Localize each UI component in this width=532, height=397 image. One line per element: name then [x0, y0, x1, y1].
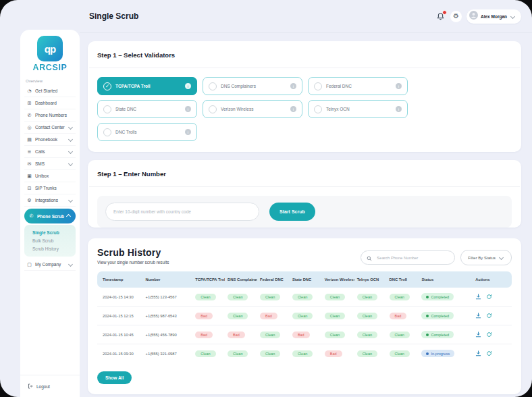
notifications-button[interactable]	[436, 11, 446, 21]
sidebar-item-my-company[interactable]: ▢My Company	[24, 259, 76, 271]
sidebar-item-unibox[interactable]: ▣Unibox	[24, 170, 76, 182]
sidebar-item-label: Phonebook	[35, 137, 57, 142]
cell-result: Bad	[322, 344, 354, 363]
table-row: 2024-01-15 09:30+1(555) 321-0987CleanCle…	[97, 344, 512, 363]
logout-label: Logout	[36, 384, 50, 389]
validator-chip-state-dnc[interactable]: State DNC	[97, 100, 197, 118]
top-bar-actions: ⚙ Alex Morgan	[436, 9, 521, 24]
submenu-item-single-scrub[interactable]: Single Scrub	[32, 228, 73, 236]
main-area: Single Scrub ⚙ Alex Morgan	[80, 0, 532, 397]
result-badge: Clean	[195, 350, 215, 357]
app-window: qp ARCSIP Overview ◔Get Started⊞Dashboar…	[0, 0, 532, 397]
sidebar-item-dashboard[interactable]: ⊞Dashboard	[24, 97, 76, 109]
info-icon[interactable]	[185, 83, 191, 89]
info-icon[interactable]	[185, 106, 191, 112]
sidebar-item-label: My Company	[35, 262, 61, 267]
phone-scrub-icon: ✆	[28, 213, 34, 219]
start-scrub-button[interactable]: Start Scrub	[269, 203, 315, 221]
refresh-icon[interactable]	[486, 294, 492, 300]
radio-icon	[103, 105, 111, 113]
brand-logo-icon: qp	[37, 36, 63, 61]
download-icon[interactable]	[475, 294, 481, 300]
sidebar-item-label: Calls	[35, 149, 45, 154]
sidebar-item-label: Get Started	[35, 88, 57, 93]
sidebar-item-label: SIP Trunks	[35, 186, 57, 190]
validator-chip-tcpa-tcpa-troll[interactable]: TCPA/TCPA Troll	[97, 77, 197, 95]
status-dot-icon	[426, 334, 429, 336]
validator-chip-verizon-wireless[interactable]: Verizon Wireless	[203, 100, 302, 118]
sidebar-item-label: Phone Numbers	[35, 113, 67, 117]
user-menu[interactable]: Alex Morgan	[467, 9, 521, 24]
info-icon[interactable]	[290, 83, 296, 89]
result-badge: Clean	[357, 350, 377, 357]
top-bar: Single Scrub ⚙ Alex Morgan	[80, 0, 532, 33]
validators-card-title: Step 1 – Select Validators	[88, 41, 521, 68]
status-badge: In-progress	[421, 350, 454, 357]
refresh-icon[interactable]	[486, 313, 492, 319]
sidebar-item-sip-trunks[interactable]: ⊟SIP Trunks	[24, 182, 76, 194]
company-icon: ▢	[26, 262, 32, 267]
cell-result: Clean	[354, 307, 387, 325]
refresh-icon[interactable]	[486, 350, 492, 356]
validator-chip-telnyx-ocn[interactable]: Telnyx OCN	[308, 100, 408, 118]
sidebar-item-contact-center[interactable]: ◎Contact Center	[24, 122, 76, 134]
cell-result: Clean	[225, 344, 257, 363]
info-icon[interactable]	[290, 106, 296, 112]
sidebar-item-phone-scrub[interactable]: ✆Phone Scrub	[24, 209, 76, 223]
sidebar-item-get-started[interactable]: ◔Get Started	[24, 85, 76, 97]
chevron-down-icon	[68, 149, 73, 154]
submenu-item-bulk-scrub[interactable]: Bulk Scrub	[32, 236, 73, 244]
inbox-icon: ▣	[26, 174, 32, 179]
validator-chip-dns-complainers[interactable]: DNS Complainers	[203, 77, 302, 95]
cell-result: Clean	[354, 344, 387, 363]
download-icon[interactable]	[475, 332, 481, 338]
sidebar-item-phonebook[interactable]: ▤Phonebook	[24, 134, 76, 146]
table-body: 2024-01-15 14:30+1(555) 123-4567CleanCle…	[97, 288, 512, 363]
filter-by-status-dropdown[interactable]: Filter By Status	[460, 250, 512, 265]
sidebar-item-label: Contact Center	[35, 125, 65, 130]
phone-number-input[interactable]	[105, 203, 259, 221]
download-icon[interactable]	[475, 313, 481, 319]
show-all-button[interactable]: Show All	[97, 371, 132, 384]
info-icon[interactable]	[396, 83, 402, 89]
result-badge: Bad	[390, 313, 407, 319]
result-badge: Bad	[195, 313, 213, 319]
result-badge: Clean	[325, 332, 345, 338]
table-row: 2024-01-15 12:15+1(555) 987-6543BadClean…	[97, 307, 512, 325]
sidebar-item-sms[interactable]: ✉SMS	[24, 158, 76, 170]
result-badge: Bad	[195, 332, 213, 338]
submenu-item-scrub-history[interactable]: Scrub History	[32, 244, 73, 253]
result-badge: Clean	[292, 313, 313, 319]
sidebar-item-calls[interactable]: ≡Calls	[24, 146, 76, 158]
result-badge: Clean	[260, 294, 280, 300]
sidebar-item-phone-numbers[interactable]: ✆Phone Numbers	[24, 109, 76, 122]
sidebar-item-integrations[interactable]: ⚙Integrations	[24, 194, 76, 207]
validator-chip-federal-dnc[interactable]: Federal DNC	[308, 77, 408, 95]
logout-button[interactable]: Logout	[20, 375, 80, 397]
download-icon[interactable]	[475, 350, 481, 356]
cell-timestamp: 2024-01-15 10:45	[97, 325, 143, 344]
filter-label: Filter By Status	[468, 256, 496, 260]
info-icon[interactable]	[185, 129, 191, 135]
search-icon	[367, 252, 372, 264]
result-badge: Clean	[228, 294, 248, 300]
cell-result: Clean	[290, 288, 322, 307]
refresh-icon[interactable]	[486, 332, 492, 338]
cell-status: Completed	[419, 325, 473, 344]
sidebar-item-label: Unibox	[35, 174, 49, 178]
validator-chip-dnc-trolls[interactable]: DNC Trolls	[97, 123, 197, 141]
status-badge: Completed	[421, 312, 454, 319]
sidebar-item-label: Dashboard	[35, 101, 57, 105]
cell-timestamp: 2024-01-15 14:30	[97, 288, 143, 307]
brand-logo: qp ARCSIP	[20, 30, 80, 72]
cell-status: Completed	[419, 307, 473, 325]
info-icon[interactable]	[396, 106, 402, 112]
column-header-telnyx-ocn: Telnyx OCN	[354, 271, 387, 288]
validator-chip-label: DNS Complainers	[221, 84, 256, 88]
search-phone-input[interactable]	[375, 255, 449, 261]
result-badge: Clean	[390, 350, 410, 357]
scrub-history-subtitle: View your single number scrub results	[97, 260, 169, 265]
settings-button[interactable]: ⚙	[450, 11, 462, 22]
cell-number: +1(555) 987-6543	[143, 307, 193, 325]
radio-icon	[209, 82, 217, 90]
